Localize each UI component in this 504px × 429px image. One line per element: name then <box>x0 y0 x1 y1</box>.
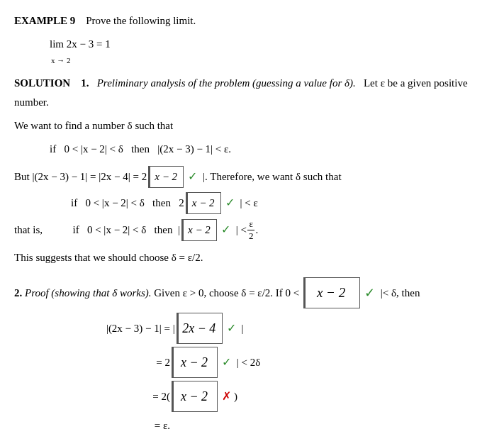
that-is-line: that is, if 0 < |x − 2| < δ then | x − 2… <box>14 218 490 241</box>
abs-content-4: x − 2 <box>317 281 345 305</box>
abs-box-5: 2x − 4 <box>177 313 223 344</box>
abs-box-6: x − 2 <box>172 347 218 378</box>
part1-text3-line: We want to find a number δ such that <box>14 116 490 135</box>
eq-step-2: = 2 x − 2 ✓ | < 2δ <box>57 347 490 378</box>
lt-2delta: < 2δ <box>239 352 261 373</box>
example-subtitle: Prove the following limit. <box>86 15 196 26</box>
frac-denominator: 2 <box>247 230 255 242</box>
eq-step-1: |(2x − 3) − 1| = | 2x − 4 ✓ | <box>57 313 490 344</box>
but-line: But |(2x − 3) − 1| = |2x − 4| = 2 x − 2 … <box>14 166 490 188</box>
pipe-eq1-l: | <box>173 318 175 339</box>
limit-expr-text: lim 2x − 3 = 1 <box>50 38 111 50</box>
eq-step-3: = 2( x − 2 ✗ ) <box>57 381 490 412</box>
if-line-2: if 0 < |x − 2| < δ then 2 x − 2 ✓ | < ε <box>71 192 490 214</box>
frac-numerator: ε <box>247 218 254 230</box>
lt-frac: < <box>238 221 247 240</box>
check-icon-5: ✓ <box>227 317 236 340</box>
abs-content-5: 2x − 4 <box>182 316 215 341</box>
pipe-eq1-r: | <box>239 318 244 339</box>
that-is-text: that is, <box>14 221 67 240</box>
part1-text3: We want to find a number δ such that <box>14 120 173 131</box>
solution-header: SOLUTION 1. Preliminary analysis of the … <box>14 74 490 112</box>
eq-step-4: = ε. <box>57 415 490 429</box>
solution-label: SOLUTION <box>14 77 70 89</box>
suggests-text: This suggests that we should choose δ = … <box>14 252 203 263</box>
check-icon-4: ✓ <box>364 282 375 304</box>
abs-content-7: x − 2 <box>181 384 208 409</box>
part2-line: 2. Proof (showing that δ works). Given ε… <box>14 277 490 308</box>
eq2-label: = 2 <box>57 352 170 373</box>
equation-block: |(2x − 3) − 1| = | 2x − 4 ✓ | = 2 x − 2 … <box>57 313 490 429</box>
pipe-1: | <box>200 167 205 186</box>
part1-label: 1. <box>81 77 89 89</box>
if-line-1: if 0 < |x − 2| < δ then |(2x − 3) − 1| <… <box>50 140 490 159</box>
abs-content-2: x − 2 <box>192 194 215 213</box>
eq3-label: = 2( <box>57 386 170 407</box>
check-icon-6: ✓ <box>222 351 231 374</box>
but-text: But |(2x − 3) − 1| = |2x − 4| = 2 <box>14 167 147 186</box>
suggests-line: This suggests that we should choose δ = … <box>14 248 490 267</box>
close-paren: ) <box>234 386 237 407</box>
abs-box-2: x − 2 <box>186 192 221 214</box>
lt-delta-then: < δ, then <box>383 284 420 303</box>
part2-text2: Given ε > 0, choose δ = ε/2. If 0 < <box>154 284 299 303</box>
limit-expression: lim 2x − 3 = 1 x → 2 <box>50 35 490 69</box>
limit-subscript: x → 2 <box>51 54 111 68</box>
cross-icon: ✗ <box>222 385 231 408</box>
check-icon-3: ✓ <box>221 220 230 240</box>
part1-text: Preliminary analysis of the problem (gue… <box>97 77 356 89</box>
eq1-label: |(2x − 3) − 1| = <box>57 318 170 339</box>
lt-epsilon: < ε <box>242 194 257 213</box>
abs-content-3: x − 2 <box>188 221 211 240</box>
example-title: EXAMPLE 9 Prove the following limit. <box>14 11 490 30</box>
pipe-4: | <box>233 221 238 240</box>
fraction-epsilon2: ε 2 <box>247 218 255 241</box>
pipe-2: | <box>237 194 242 213</box>
abs-content-1: x − 2 <box>155 167 177 186</box>
therefore-text: . Therefore, we want δ such that <box>205 167 342 186</box>
pipe-5: | <box>378 284 383 303</box>
abs-box-7: x − 2 <box>172 381 218 412</box>
abs-box-3: x − 2 <box>181 219 217 241</box>
abs-box-1: x − 2 <box>148 166 184 188</box>
part2-label: 2. <box>14 284 22 303</box>
period-1: . <box>255 221 258 240</box>
check-icon-1: ✓ <box>188 167 197 187</box>
part2-text: Proof (showing that δ works). <box>25 284 152 303</box>
abs-box-4: x − 2 <box>303 277 360 308</box>
limit-wrapper: lim 2x − 3 = 1 x → 2 <box>50 35 111 68</box>
if-keyword-1: if 0 < |x − 2| < δ then |(2x − 3) − 1| <… <box>50 143 231 155</box>
check-icon-2: ✓ <box>225 193 235 213</box>
eq4-label: = ε. <box>57 415 170 429</box>
example-label: EXAMPLE 9 <box>14 15 75 26</box>
pipe-eq2-r: | <box>234 352 239 373</box>
pipe-3: | <box>178 221 180 240</box>
abs-content-6: x − 2 <box>181 350 208 375</box>
page-container: EXAMPLE 9 Prove the following limit. lim… <box>14 11 490 429</box>
if-keyword-3: if 0 < |x − 2| < δ then <box>67 221 178 240</box>
if-keyword-2: if 0 < |x − 2| < δ then 2 <box>71 194 184 213</box>
